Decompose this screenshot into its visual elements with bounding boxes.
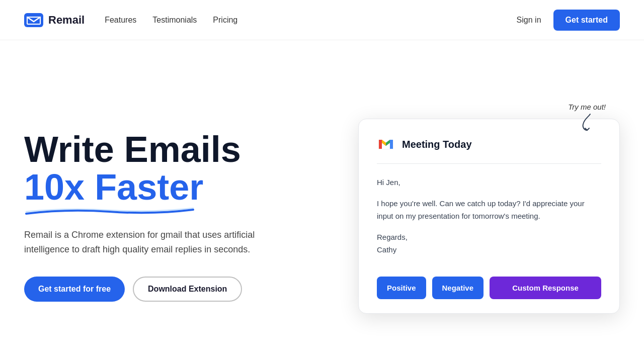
try-me-text: Try me out! <box>568 103 606 111</box>
hero-buttons: Get started for free Download Extension <box>24 277 266 302</box>
email-subject: Meeting Today <box>402 139 472 150</box>
navbar: Remail Features Testimonials Pricing Sig… <box>0 0 644 40</box>
gmail-icon <box>377 135 395 153</box>
hero-section: Write Emails 10x Faster Remail is a Chro… <box>0 40 644 362</box>
nav-testimonials[interactable]: Testimonials <box>152 16 197 24</box>
email-body-text: I hope you're well. Can we catch up toda… <box>377 197 601 223</box>
email-header: Meeting Today <box>377 135 601 164</box>
download-extension-button[interactable]: Download Extension <box>133 277 242 302</box>
logo-icon <box>24 13 43 27</box>
negative-button[interactable]: Negative <box>432 277 484 299</box>
nav-links: Features Testimonials Pricing <box>105 16 237 25</box>
sign-in-link[interactable]: Sign in <box>517 16 541 25</box>
nav-left: Remail Features Testimonials Pricing <box>24 13 237 27</box>
email-body: Hi Jen, I hope you're well. Can we catch… <box>377 176 601 256</box>
get-started-hero-button[interactable]: Get started for free <box>24 277 125 302</box>
custom-response-button[interactable]: Custom Response <box>490 277 601 299</box>
hero-heading-line1: Write Emails <box>24 129 241 169</box>
nav-pricing[interactable]: Pricing <box>213 16 237 24</box>
hero-subtext: Remail is a Chrome extension for gmail t… <box>24 228 266 257</box>
underline-decoration <box>24 207 195 216</box>
get-started-nav-button[interactable]: Get started <box>553 10 620 31</box>
nav-right: Sign in Get started <box>517 10 620 31</box>
hero-left: Write Emails 10x Faster Remail is a Chro… <box>24 131 266 302</box>
email-signoff: Regards,Cathy <box>377 231 601 256</box>
nav-features[interactable]: Features <box>105 16 136 24</box>
logo-link[interactable]: Remail <box>24 13 85 27</box>
logo-text: Remail <box>48 14 85 27</box>
try-me-arrow-icon <box>580 113 594 131</box>
email-greeting: Hi Jen, <box>377 176 601 189</box>
hero-heading: Write Emails 10x Faster <box>24 131 266 207</box>
hero-heading-line2: 10x Faster <box>24 168 266 207</box>
email-card: Meeting Today Hi Jen, I hope you're well… <box>358 119 620 314</box>
hero-right: Try me out! <box>358 119 620 314</box>
positive-button[interactable]: Positive <box>377 277 426 299</box>
try-me-annotation: Try me out! <box>568 103 606 131</box>
email-actions: Positive Negative Custom Response <box>377 277 601 299</box>
